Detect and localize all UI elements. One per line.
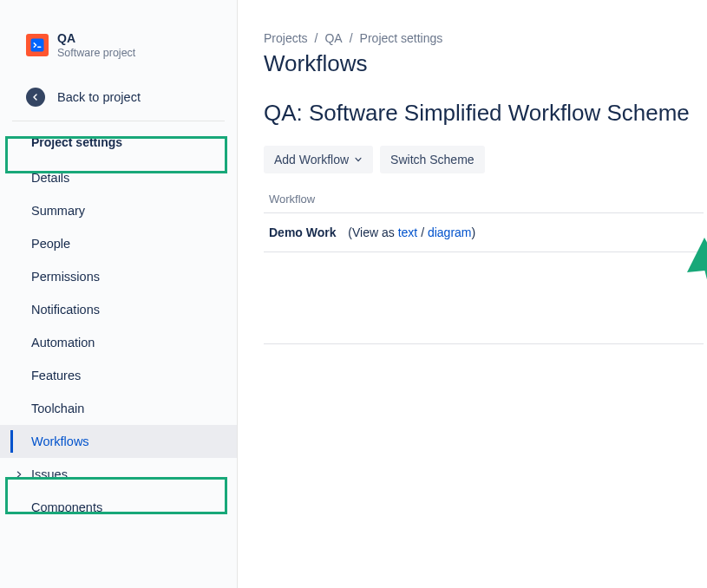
add-workflow-button[interactable]: Add Workflow (264, 146, 373, 173)
main-content: Projects / QA / Project settings Workflo… (238, 0, 707, 588)
sidebar-item-issues[interactable]: Issues (0, 458, 237, 491)
breadcrumb-projects[interactable]: Projects (264, 31, 308, 45)
breadcrumb-project-settings[interactable]: Project settings (360, 31, 443, 45)
sidebar-item-features[interactable]: Features (0, 359, 237, 392)
sidebar: QA Software project Back to project Proj… (0, 0, 238, 588)
sidebar-item-summary[interactable]: Summary (0, 194, 237, 227)
row-border (264, 343, 704, 344)
svg-rect-0 (31, 39, 44, 52)
sidebar-item-toolchain[interactable]: Toolchain (0, 392, 237, 425)
back-to-project-link[interactable]: Back to project (0, 79, 237, 119)
view-as-text-link[interactable]: text (398, 225, 418, 239)
breadcrumb-separator: / (315, 31, 318, 45)
sidebar-item-details[interactable]: Details (0, 161, 237, 194)
scheme-title: QA: Software Simplified Workflow Scheme (264, 100, 704, 127)
sidebar-item-people[interactable]: People (0, 227, 237, 260)
toolbar: Add Workflow Switch Scheme (264, 146, 704, 173)
back-label: Back to project (57, 90, 141, 104)
view-as-diagram-link[interactable]: diagram (428, 225, 472, 239)
project-name: QA (57, 31, 135, 46)
switch-scheme-button[interactable]: Switch Scheme (380, 146, 484, 173)
chevron-right-icon (14, 470, 24, 479)
project-header[interactable]: QA Software project (0, 31, 237, 79)
table-row: Demo Work (View as text / diagram) (264, 213, 704, 252)
annotation-arrow-icon (678, 234, 707, 408)
breadcrumb: Projects / QA / Project settings (264, 31, 704, 45)
sidebar-item-automation[interactable]: Automation (0, 326, 237, 359)
breadcrumb-project-name[interactable]: QA (324, 31, 342, 45)
chevron-down-icon (354, 153, 363, 167)
table-header-workflow: Workflow (264, 193, 704, 213)
breadcrumb-separator: / (350, 31, 353, 45)
workflow-name: Demo Work (269, 225, 337, 239)
sidebar-item-components[interactable]: Components (0, 491, 237, 524)
sidebar-item-notifications[interactable]: Notifications (0, 293, 237, 326)
page-title: Workflows (264, 50, 704, 77)
workflow-table: Workflow Demo Work (View as text / diagr… (264, 193, 704, 252)
sidebar-item-permissions[interactable]: Permissions (0, 260, 237, 293)
settings-nav: Details Summary People Permissions Notif… (0, 161, 237, 524)
back-arrow-icon (26, 88, 45, 107)
project-icon (26, 34, 49, 56)
project-type: Software project (57, 47, 135, 60)
settings-section-header: Project settings (0, 121, 237, 161)
sidebar-item-workflows[interactable]: Workflows (0, 425, 237, 458)
